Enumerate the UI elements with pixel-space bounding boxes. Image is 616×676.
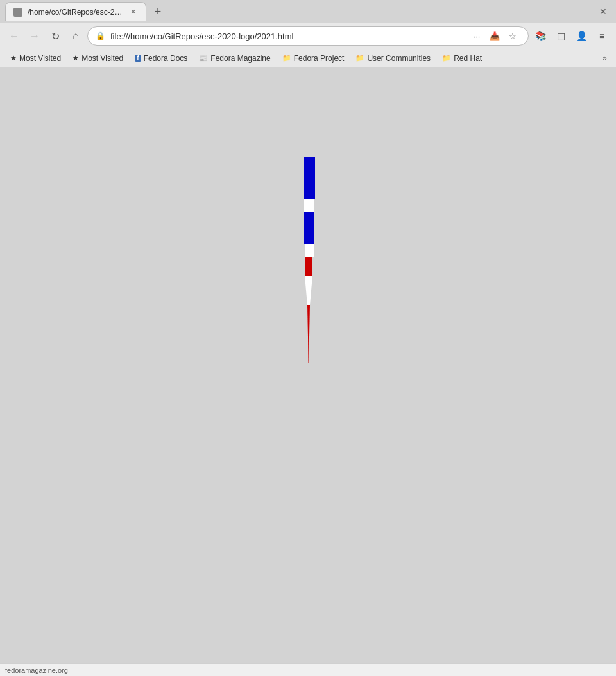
bookmark-label-7: Red Hat xyxy=(454,54,482,63)
url-bar[interactable]: 🔒 file:///home/co/GitRepos/esc-2020-logo… xyxy=(87,26,529,46)
user-communities-icon: 📁 xyxy=(355,54,364,62)
tab-favicon xyxy=(13,8,22,17)
bookmark-label-4: Fedora Magazine xyxy=(210,54,270,63)
svg-marker-6 xyxy=(307,305,310,337)
fedora-project-icon: 📁 xyxy=(282,54,291,62)
back-button[interactable]: ← xyxy=(5,27,23,45)
bookmark-fedora-docs[interactable]: f Fedora Docs xyxy=(130,53,193,64)
active-tab[interactable]: /home/co/GitRepos/esc-202 ✕ xyxy=(5,2,146,21)
library-button[interactable]: 📚 xyxy=(531,27,549,45)
window-controls: ✕ xyxy=(595,4,611,19)
bookmarks-overflow-button[interactable]: » xyxy=(598,52,611,65)
window-close-button[interactable]: ✕ xyxy=(595,4,611,19)
tab-title: /home/co/GitRepos/esc-202 xyxy=(28,8,123,17)
bookmark-fedora-project[interactable]: 📁 Fedora Project xyxy=(277,53,350,64)
logo-container xyxy=(298,157,318,410)
bookmark-most-visited-2[interactable]: ★ Most Visited xyxy=(67,53,128,64)
bookmark-label-1: Most Visited xyxy=(19,54,61,63)
svg-rect-2 xyxy=(304,212,314,244)
svg-marker-7 xyxy=(308,337,309,363)
url-bar-actions: ··· 📥 ☆ xyxy=(469,28,520,44)
bookmark-most-visited-1[interactable]: ★ Most Visited xyxy=(5,53,66,64)
bookmark-star-button[interactable]: ☆ xyxy=(505,28,520,44)
menu-button[interactable]: ≡ xyxy=(593,27,611,45)
navigation-bar: ← → ↻ ⌂ 🔒 file:///home/co/GitRepos/esc-2… xyxy=(0,23,616,49)
svg-rect-3 xyxy=(305,244,314,257)
status-text: fedoramagazine.org xyxy=(5,666,68,674)
esc-logo-svg xyxy=(298,157,318,408)
bookmark-red-hat[interactable]: 📁 Red Hat xyxy=(437,53,487,64)
lock-icon: 🔒 xyxy=(96,31,105,40)
page-content xyxy=(0,67,616,664)
svg-marker-5 xyxy=(305,276,312,305)
tab-close-button[interactable]: ✕ xyxy=(128,7,138,17)
svg-rect-4 xyxy=(305,257,312,276)
pocket-button[interactable]: 📥 xyxy=(487,28,502,44)
svg-rect-1 xyxy=(304,199,314,212)
new-tab-button[interactable]: + xyxy=(149,3,167,21)
fedora-magazine-icon: 📰 xyxy=(199,54,208,62)
svg-rect-0 xyxy=(304,157,315,199)
tab-bar: /home/co/GitRepos/esc-202 ✕ + ✕ xyxy=(0,0,616,23)
bookmark-label-6: User Communities xyxy=(367,54,431,63)
sidebar-button[interactable]: ◫ xyxy=(552,27,570,45)
red-hat-icon: 📁 xyxy=(442,54,451,62)
fedora-docs-icon: f xyxy=(135,55,141,62)
bookmark-star-icon-1: ★ xyxy=(10,54,17,62)
url-text: file:///home/co/GitRepos/esc-2020-logo/2… xyxy=(110,31,464,41)
bookmarks-bar: ★ Most Visited ★ Most Visited f Fedora D… xyxy=(0,49,616,67)
forward-button[interactable]: → xyxy=(26,27,44,45)
account-button[interactable]: 👤 xyxy=(572,27,590,45)
status-bar: fedoramagazine.org xyxy=(0,663,616,676)
nav-extra-buttons: 📚 ◫ 👤 ≡ xyxy=(531,27,611,45)
bookmark-star-icon-2: ★ xyxy=(73,54,79,62)
bookmark-user-communities[interactable]: 📁 User Communities xyxy=(350,53,436,64)
bookmark-fedora-magazine[interactable]: 📰 Fedora Magazine xyxy=(194,53,275,64)
bookmark-label-5: Fedora Project xyxy=(294,54,345,63)
bookmark-label-2: Most Visited xyxy=(81,54,123,63)
browser-chrome: /home/co/GitRepos/esc-202 ✕ + ✕ ← → ↻ ⌂ … xyxy=(0,0,616,67)
bookmark-label-3: Fedora Docs xyxy=(144,54,188,63)
more-button[interactable]: ··· xyxy=(469,28,484,44)
home-button[interactable]: ⌂ xyxy=(67,27,85,45)
reload-button[interactable]: ↻ xyxy=(46,27,64,45)
